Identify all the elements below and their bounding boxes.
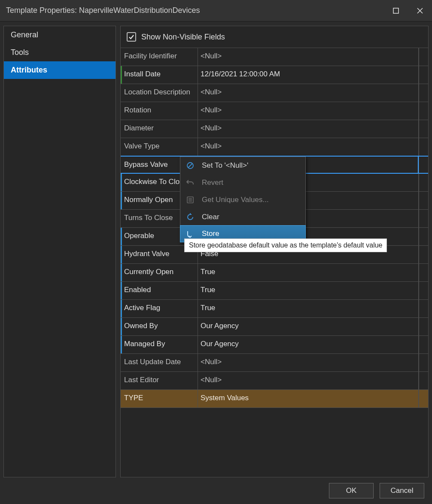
attribute-row[interactable]: Currently OpenTrue (121, 264, 428, 282)
row-gutter (419, 48, 428, 66)
row-gutter (419, 174, 428, 191)
attribute-label: Diameter (121, 120, 198, 138)
attribute-value[interactable]: <Null> (198, 48, 419, 66)
cancel-button[interactable]: Cancel (380, 483, 424, 498)
attribute-row[interactable]: Location Description<Null> (121, 84, 428, 102)
attribute-row[interactable]: Install Date12/16/2021 12:00:00 AM (121, 66, 428, 84)
attribute-label: Location Description (121, 84, 198, 102)
row-gutter (419, 192, 428, 209)
attribute-label: Install Date (121, 66, 198, 84)
attribute-value[interactable]: <Null> (198, 354, 419, 371)
attribute-label: Valve Type (121, 138, 198, 156)
attribute-value[interactable]: <Null> (198, 138, 419, 156)
undo-icon (185, 178, 196, 187)
row-gutter (419, 84, 428, 102)
attribute-value[interactable]: <Null> (198, 120, 419, 138)
show-nonvisible-checkbox[interactable] (127, 32, 136, 42)
maximize-icon (392, 7, 399, 14)
attribute-value[interactable]: True (198, 300, 419, 317)
show-nonvisible-row: Show Non-Visible Fields (121, 26, 428, 48)
attribute-row[interactable]: TYPESystem Values (121, 390, 428, 408)
attribute-row[interactable]: Facility Identifier<Null> (121, 48, 428, 66)
window-title: Template Properties: NapervilleWaterDist… (6, 6, 384, 15)
tooltip: Store geodatabase default value as the t… (184, 238, 387, 252)
attribute-label: Facility Identifier (121, 48, 198, 66)
context-menu-label: Get Unique Values... (202, 196, 269, 204)
close-icon (416, 7, 424, 15)
refresh-icon (185, 213, 196, 221)
attribute-label: Enabled (121, 282, 198, 299)
row-gutter (419, 138, 428, 156)
ok-button[interactable]: OK (329, 483, 374, 498)
window-controls (384, 0, 432, 21)
attribute-label: Currently Open (121, 264, 198, 281)
sidebar-item-tools[interactable]: Tools (4, 44, 116, 61)
attribute-value[interactable]: Our Agency (198, 336, 419, 353)
dialog-body: General Tools Attributes Show Non-Visibl… (0, 21, 432, 477)
row-gutter (419, 300, 428, 317)
sidebar-item-attributes[interactable]: Attributes (4, 61, 116, 79)
row-gutter (419, 66, 428, 84)
list-icon (185, 196, 196, 204)
content-panel: Show Non-Visible Fields Facility Identif… (120, 26, 429, 477)
row-gutter (419, 372, 428, 389)
attribute-row[interactable]: Valve Type<Null> (121, 138, 428, 156)
context-menu-item: Revert (180, 174, 305, 191)
svg-rect-0 (393, 8, 399, 13)
context-menu-label: Revert (202, 178, 223, 187)
context-menu-label: Clear (202, 213, 219, 221)
attribute-value[interactable]: 12/16/2021 12:00:00 AM (198, 66, 419, 84)
maximize-button[interactable] (384, 0, 408, 21)
attribute-value[interactable]: True (198, 264, 419, 281)
row-gutter (419, 264, 428, 281)
context-menu-item[interactable]: Set To '<Null>' (180, 157, 305, 174)
attribute-row[interactable]: Last Editor<Null> (121, 372, 428, 390)
close-button[interactable] (408, 0, 432, 21)
attribute-label: Rotation (121, 102, 198, 120)
attribute-value[interactable]: System Values (198, 390, 419, 407)
row-gutter (419, 210, 428, 227)
attribute-label: Managed By (121, 336, 198, 353)
context-menu-item: Get Unique Values... (180, 191, 305, 208)
attribute-value[interactable]: Our Agency (198, 318, 419, 335)
titlebar: Template Properties: NapervilleWaterDist… (0, 0, 432, 21)
attribute-value[interactable]: <Null> (198, 84, 419, 102)
attribute-row[interactable]: Active FlagTrue (121, 300, 428, 318)
row-gutter (419, 318, 428, 335)
row-gutter (419, 157, 428, 173)
sidebar: General Tools Attributes (3, 26, 116, 477)
row-gutter (419, 120, 428, 138)
check-icon (128, 33, 135, 40)
attribute-value[interactable]: True (198, 282, 419, 299)
attribute-label: Owned By (121, 318, 198, 335)
row-gutter (419, 282, 428, 299)
row-gutter (419, 390, 428, 407)
sidebar-item-general[interactable]: General (4, 26, 116, 44)
row-gutter (419, 102, 428, 120)
attribute-row[interactable]: Rotation<Null> (121, 102, 428, 120)
attribute-row[interactable]: Last Update Date<Null> (121, 354, 428, 372)
attribute-label: TYPE (121, 390, 198, 407)
show-nonvisible-label: Show Non-Visible Fields (141, 33, 225, 42)
attribute-row[interactable]: Owned ByOur Agency (121, 318, 428, 336)
attribute-value[interactable]: <Null> (198, 372, 419, 389)
attribute-label: Last Update Date (121, 354, 198, 371)
context-menu-label: Store (202, 229, 219, 238)
attribute-row[interactable]: Diameter<Null> (121, 120, 428, 138)
context-menu-item[interactable]: Clear (180, 208, 305, 226)
row-gutter (419, 336, 428, 353)
null-icon (185, 161, 196, 170)
attribute-label: Active Flag (121, 300, 198, 317)
attributes-grid: Facility Identifier<Null>Install Date12/… (121, 48, 428, 477)
row-gutter (419, 246, 428, 263)
context-menu-label: Set To '<Null>' (202, 161, 248, 170)
attribute-row[interactable]: Managed ByOur Agency (121, 336, 428, 354)
row-gutter (419, 228, 428, 245)
attribute-label: Last Editor (121, 372, 198, 389)
attribute-value[interactable]: <Null> (198, 102, 419, 120)
row-gutter (419, 354, 428, 371)
context-menu: Set To '<Null>'RevertGet Unique Values..… (180, 157, 306, 242)
store-icon (185, 229, 196, 238)
attribute-row[interactable]: EnabledTrue (121, 282, 428, 300)
dialog-footer: OK Cancel (0, 477, 432, 504)
